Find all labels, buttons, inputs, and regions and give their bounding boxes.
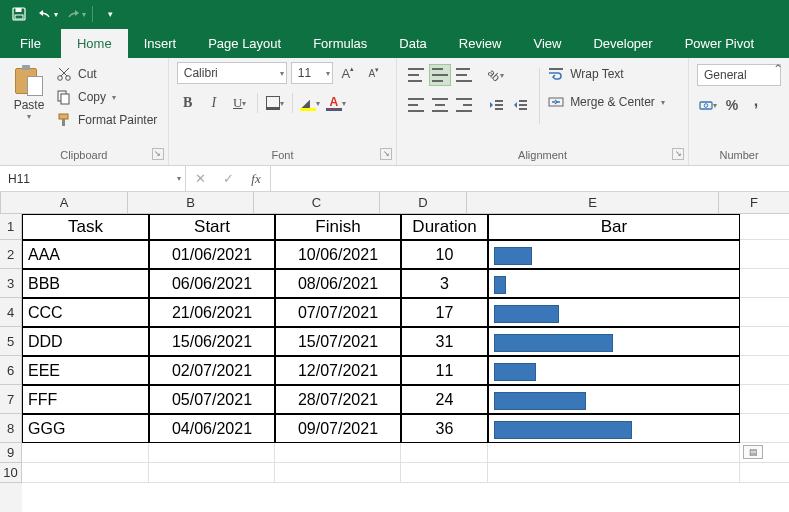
cell-A10[interactable]: [22, 463, 149, 483]
tab-formulas[interactable]: Formulas: [297, 29, 383, 58]
cell-C3[interactable]: 08/06/2021: [275, 269, 401, 298]
wrap-text-button[interactable]: Wrap Text: [548, 64, 665, 84]
orientation-button[interactable]: ab▾: [485, 64, 507, 86]
accounting-format-button[interactable]: ▾: [697, 94, 719, 116]
cell-C8[interactable]: 09/07/2021: [275, 414, 401, 443]
cell-E1[interactable]: Bar: [488, 214, 740, 240]
cell-E5[interactable]: [488, 327, 740, 356]
decrease-indent-button[interactable]: [485, 94, 507, 116]
align-right-button[interactable]: [453, 94, 475, 116]
row-header-1[interactable]: 1: [0, 214, 22, 240]
undo-button[interactable]: ▾: [34, 3, 60, 25]
column-header-C[interactable]: C: [254, 192, 380, 214]
formula-input[interactable]: [271, 166, 789, 191]
cell-F7[interactable]: [740, 385, 789, 414]
font-size-combo[interactable]: 11▾: [291, 62, 333, 84]
cell-F2[interactable]: [740, 240, 789, 269]
cell-D7[interactable]: 24: [401, 385, 488, 414]
cell-E3[interactable]: [488, 269, 740, 298]
column-header-B[interactable]: B: [128, 192, 254, 214]
qat-customize-button[interactable]: ▾: [97, 3, 123, 25]
cell-C5[interactable]: 15/07/2021: [275, 327, 401, 356]
tab-review[interactable]: Review: [443, 29, 518, 58]
quick-analysis-button[interactable]: ▤: [743, 445, 763, 459]
cell-E10[interactable]: [488, 463, 740, 483]
font-launcher[interactable]: ↘: [380, 148, 392, 160]
borders-button[interactable]: ▾: [264, 92, 286, 114]
merge-center-button[interactable]: Merge & Center ▾: [548, 92, 665, 112]
column-header-F[interactable]: F: [719, 192, 789, 214]
cell-D10[interactable]: [401, 463, 488, 483]
tab-data[interactable]: Data: [383, 29, 442, 58]
clipboard-launcher[interactable]: ↘: [152, 148, 164, 160]
row-header-3[interactable]: 3: [0, 269, 22, 298]
cell-B5[interactable]: 15/06/2021: [149, 327, 275, 356]
cell-D2[interactable]: 10: [401, 240, 488, 269]
cell-C9[interactable]: [275, 443, 401, 463]
cell-A7[interactable]: FFF: [22, 385, 149, 414]
cell-A1[interactable]: Task: [22, 214, 149, 240]
tab-developer[interactable]: Developer: [577, 29, 668, 58]
cell-A6[interactable]: EEE: [22, 356, 149, 385]
row-header-5[interactable]: 5: [0, 327, 22, 356]
align-left-button[interactable]: [405, 94, 427, 116]
cell-D5[interactable]: 31: [401, 327, 488, 356]
cell-F1[interactable]: [740, 214, 789, 240]
column-header-E[interactable]: E: [467, 192, 719, 214]
font-name-combo[interactable]: Calibri▾: [177, 62, 287, 84]
cell-A4[interactable]: CCC: [22, 298, 149, 327]
increase-font-button[interactable]: A▴: [337, 62, 359, 84]
align-top-button[interactable]: [405, 64, 427, 86]
ribbon-collapse-button[interactable]: ⌃: [773, 62, 783, 76]
cell-E7[interactable]: [488, 385, 740, 414]
save-button[interactable]: [6, 3, 32, 25]
row-header-4[interactable]: 4: [0, 298, 22, 327]
increase-indent-button[interactable]: [509, 94, 531, 116]
cell-B1[interactable]: Start: [149, 214, 275, 240]
redo-button[interactable]: ▾: [62, 3, 88, 25]
cell-A8[interactable]: GGG: [22, 414, 149, 443]
cell-F4[interactable]: [740, 298, 789, 327]
copy-button[interactable]: Copy ▾: [56, 87, 157, 107]
cell-A3[interactable]: BBB: [22, 269, 149, 298]
cell-F3[interactable]: [740, 269, 789, 298]
tab-insert[interactable]: Insert: [128, 29, 193, 58]
fill-color-button[interactable]: ◢▾: [299, 92, 321, 114]
row-header-6[interactable]: 6: [0, 356, 22, 385]
cell-D9[interactable]: [401, 443, 488, 463]
cell-B6[interactable]: 02/07/2021: [149, 356, 275, 385]
cancel-formula-button[interactable]: ✕: [186, 166, 214, 191]
cell-E8[interactable]: [488, 414, 740, 443]
tab-power-pivot[interactable]: Power Pivot: [669, 29, 770, 58]
cell-D8[interactable]: 36: [401, 414, 488, 443]
cell-F10[interactable]: [740, 463, 789, 483]
cell-D1[interactable]: Duration: [401, 214, 488, 240]
column-headers[interactable]: ABCDEF: [1, 192, 789, 214]
cell-B7[interactable]: 05/07/2021: [149, 385, 275, 414]
format-painter-button[interactable]: Format Painter: [56, 110, 157, 130]
cell-C4[interactable]: 07/07/2021: [275, 298, 401, 327]
cell-B9[interactable]: [149, 443, 275, 463]
alignment-launcher[interactable]: ↘: [672, 148, 684, 160]
underline-button[interactable]: U▾: [229, 92, 251, 114]
font-color-button[interactable]: A▾: [325, 92, 347, 114]
bold-button[interactable]: B: [177, 92, 199, 114]
tab-page-layout[interactable]: Page Layout: [192, 29, 297, 58]
row-header-8[interactable]: 8: [0, 414, 22, 443]
cell-C2[interactable]: 10/06/2021: [275, 240, 401, 269]
cell-D4[interactable]: 17: [401, 298, 488, 327]
paste-button[interactable]: Paste ▾: [8, 62, 50, 147]
name-box[interactable]: H11 ▾: [0, 166, 186, 191]
number-format-combo[interactable]: General: [697, 64, 781, 86]
tab-file[interactable]: File: [0, 29, 61, 58]
insert-function-button[interactable]: fx: [242, 166, 270, 191]
row-header-9[interactable]: 9: [0, 443, 22, 463]
tab-view[interactable]: View: [517, 29, 577, 58]
align-center-button[interactable]: [429, 94, 451, 116]
cell-F8[interactable]: [740, 414, 789, 443]
tab-home[interactable]: Home: [61, 29, 128, 58]
cell-C6[interactable]: 12/07/2021: [275, 356, 401, 385]
align-bottom-button[interactable]: [453, 64, 475, 86]
align-middle-button[interactable]: [429, 64, 451, 86]
decrease-font-button[interactable]: A▾: [363, 62, 385, 84]
